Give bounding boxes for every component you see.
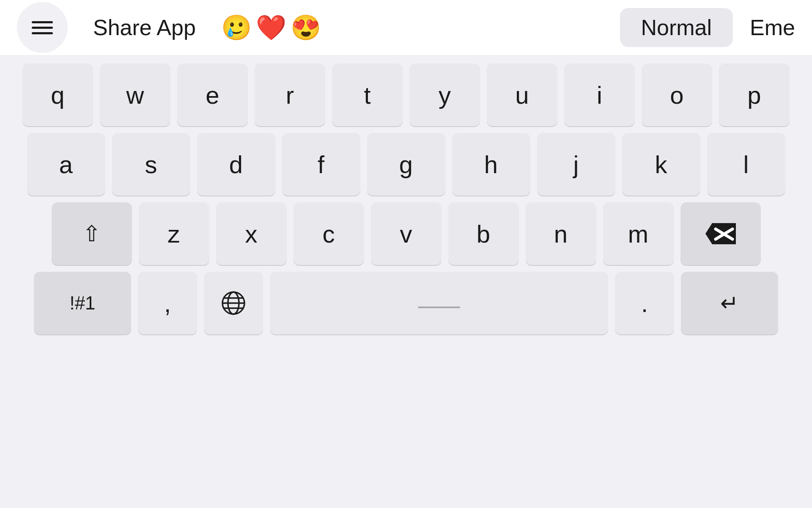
globe-key[interactable]	[204, 272, 263, 334]
key-p[interactable]: p	[719, 64, 790, 126]
backspace-icon	[704, 221, 738, 246]
emoji-group: 🥲 ❤️ 😍	[221, 13, 321, 42]
key-d[interactable]: d	[197, 133, 275, 196]
shift-key[interactable]: ⇧	[52, 202, 132, 265]
key-y[interactable]: y	[409, 64, 480, 126]
keyboard-row-2: a s d f g h j k l	[13, 133, 799, 196]
key-l[interactable]: l	[707, 133, 785, 196]
emoji-cry: 🥲	[221, 13, 252, 42]
keyboard-row-3: ⇧ z x c v b n m	[13, 202, 799, 265]
key-f[interactable]: f	[282, 133, 360, 196]
comma-key[interactable]: ,	[138, 272, 197, 334]
emo-label: Eme	[750, 15, 795, 40]
period-key[interactable]: .	[615, 272, 674, 334]
keyboard-row-4: !#1 , . ↵	[13, 272, 799, 334]
key-o[interactable]: o	[642, 64, 712, 126]
menu-button[interactable]	[17, 2, 68, 53]
key-z[interactable]: z	[139, 202, 209, 265]
key-w[interactable]: w	[100, 64, 170, 126]
enter-key[interactable]: ↵	[681, 272, 778, 334]
key-n[interactable]: n	[526, 202, 596, 265]
space-key[interactable]	[270, 272, 608, 334]
key-g[interactable]: g	[367, 133, 445, 196]
key-i[interactable]: i	[564, 64, 635, 126]
key-k[interactable]: k	[622, 133, 700, 196]
key-v[interactable]: v	[371, 202, 442, 265]
hamburger-icon	[32, 21, 53, 34]
key-m[interactable]: m	[603, 202, 674, 265]
key-u[interactable]: u	[487, 64, 557, 126]
globe-icon	[221, 290, 246, 316]
keyboard: q w e r t y u i o p a s d f g h j k l ⇧ …	[0, 55, 812, 508]
keyboard-row-1: q w e r t y u i o p	[13, 64, 799, 126]
num-key[interactable]: !#1	[34, 272, 131, 334]
key-a[interactable]: a	[27, 133, 105, 196]
key-b[interactable]: b	[448, 202, 519, 265]
key-e[interactable]: e	[177, 64, 248, 126]
key-q[interactable]: q	[22, 64, 93, 126]
shift-icon: ⇧	[82, 221, 101, 246]
key-x[interactable]: x	[216, 202, 287, 265]
top-bar: Share App 🥲 ❤️ 😍 Normal Eme	[0, 0, 812, 55]
backspace-key[interactable]	[680, 202, 761, 265]
key-r[interactable]: r	[255, 64, 325, 126]
normal-button[interactable]: Normal	[620, 8, 733, 47]
enter-icon: ↵	[720, 290, 739, 316]
emoji-love: 😍	[291, 13, 321, 42]
key-s[interactable]: s	[112, 133, 190, 196]
key-j[interactable]: j	[537, 133, 615, 196]
space-bar-inner	[418, 302, 460, 304]
emoji-heart: ❤️	[256, 13, 286, 42]
space-indicator	[418, 306, 460, 308]
key-c[interactable]: c	[294, 202, 364, 265]
key-h[interactable]: h	[452, 133, 530, 196]
share-app-label: Share App	[93, 15, 196, 40]
key-t[interactable]: t	[332, 64, 403, 126]
